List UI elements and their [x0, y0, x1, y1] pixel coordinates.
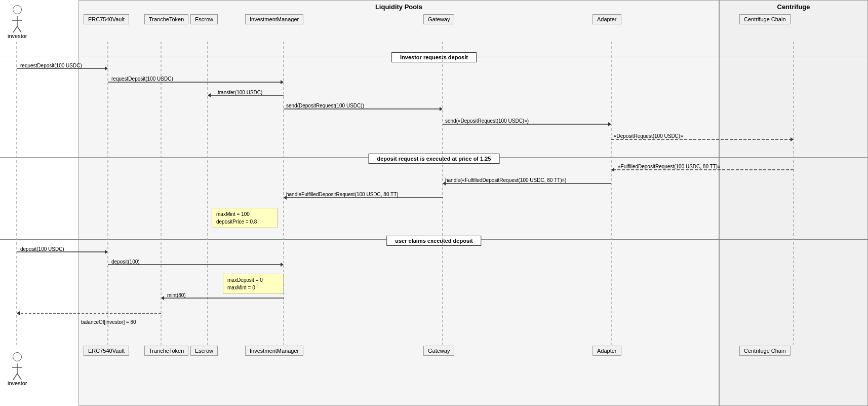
lifeline-box-bottom-adapter: Adapter	[593, 346, 621, 356]
lifeline-box-centrifugechain: Centrifuge Chain	[739, 14, 791, 24]
label-m1: requestDeposit(100 USDC)	[20, 63, 82, 68]
swimlane-centrifuge-title: Centrifuge	[719, 3, 868, 11]
label-m12: mint(80)	[167, 292, 186, 298]
svg-line-3	[17, 26, 21, 32]
lifeline-box-bottom-escrow: Escrow	[190, 346, 218, 356]
svg-line-41	[17, 374, 21, 380]
lifeline-box-bottom-investmentmanager: InvestmentManager	[245, 346, 303, 356]
label-m3: transfer(100 USDC)	[218, 90, 262, 95]
actor-investor-top: investor	[8, 5, 27, 39]
label-m7: «FulfilledDepositRequest(100 USDC, 80 TT…	[618, 164, 721, 169]
label-m9: handleFulfilledDepositRequest(100 USDC, …	[286, 192, 399, 197]
svg-marker-37	[17, 311, 20, 315]
lifeline-box-bottom-gateway: Gateway	[423, 346, 454, 356]
lifeline-box-escrow: Escrow	[190, 14, 218, 24]
lifeline-box-bottom-centrifugechain: Centrifuge Chain	[739, 346, 791, 356]
swimlane-lp-title: Liquidity Pools	[78, 3, 719, 11]
actor-investor-top-label: investor	[8, 33, 27, 39]
label-m11: deposit(100)	[111, 259, 140, 265]
actor-investor-bottom: investor	[8, 352, 27, 386]
section-label-user-claims: user claims executed deposit	[386, 236, 481, 246]
lifeline-box-gateway: Gateway	[423, 14, 454, 24]
label-m6: «DepositRequest(100 USDC)»	[614, 133, 683, 139]
sequence-diagram: Liquidity Pools Centrifuge investor ERC7…	[0, 0, 868, 406]
lifeline-box-adapter: Adapter	[593, 14, 621, 24]
label-m4: send(DepositRequest(100 USDC))	[286, 103, 364, 108]
lifeline-box-erc7540vault: ERC7540Vault	[84, 14, 129, 24]
svg-line-40	[13, 374, 17, 380]
note-maxdeposit-maxmint: maxDeposit = 0 maxMint = 0	[223, 274, 284, 294]
lifeline-box-investmentmanager: InvestmentManager	[245, 14, 303, 24]
label-m5: send(«DepositRequest(100 USDC)»)	[445, 118, 529, 124]
section-label-deposit-executed: deposit request is executed at price of …	[369, 154, 500, 164]
label-m2: requestDeposit(100 USDC)	[111, 76, 173, 82]
section-label-investor-requests: investor requests deposit	[391, 52, 477, 62]
lifeline-box-tranchetoken: TrancheToken	[144, 14, 188, 24]
swimlane-centrifuge	[719, 0, 868, 406]
lifeline-box-bottom-tranchetoken: TrancheToken	[144, 346, 188, 356]
svg-line-2	[13, 26, 17, 32]
note-maxmint-depositprice: maxMint = 100 depositPrice = 0.8	[212, 208, 278, 228]
label-m8: handle(«FulfilledDepositRequest(100 USDC…	[445, 177, 566, 183]
label-m10: deposit(100 USDC)	[20, 246, 64, 252]
label-m13: balanceOf[investor] = 80	[81, 319, 136, 325]
lifeline-box-bottom-erc7540vault: ERC7540Vault	[84, 346, 129, 356]
actor-investor-bottom-label: investor	[8, 380, 27, 386]
